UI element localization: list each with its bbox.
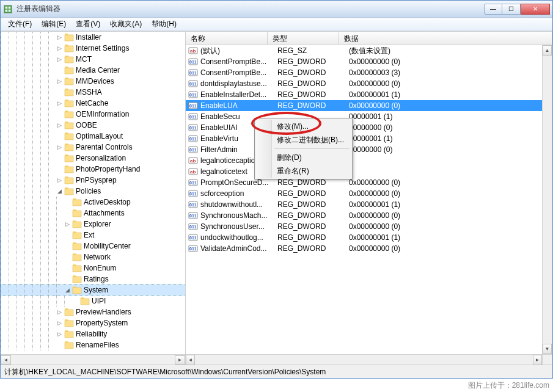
- tree-item[interactable]: ▷MMDevices: [1, 76, 185, 87]
- value-row[interactable]: 011EnableVirtu00000001 (1): [186, 133, 552, 144]
- scroll-track[interactable]: [543, 56, 552, 344]
- expand-toggle-icon[interactable]: ▷: [56, 144, 63, 151]
- tree-item[interactable]: ▷NetCache: [1, 98, 185, 109]
- tree-item[interactable]: UIPI: [1, 296, 185, 307]
- menu-modify-binary[interactable]: 修改二进制数据(B)...: [256, 133, 351, 147]
- expand-toggle-icon[interactable]: ▷: [56, 177, 63, 184]
- value-row[interactable]: 011EnableUIAI00000000 (0): [186, 122, 552, 133]
- expand-toggle-icon[interactable]: [64, 276, 71, 283]
- value-row[interactable]: 011ConsentPromptBe...REG_DWORD0x00000003…: [186, 67, 552, 78]
- column-name[interactable]: 名称: [186, 32, 268, 45]
- expand-toggle-icon[interactable]: ▷: [56, 309, 63, 316]
- titlebar[interactable]: 注册表编辑器 — ☐ ✕: [1, 1, 552, 18]
- tree-item[interactable]: MSSHA: [1, 87, 185, 98]
- expand-toggle-icon[interactable]: ▷: [56, 331, 63, 338]
- expand-toggle-icon[interactable]: [56, 111, 63, 118]
- tree-item[interactable]: ◢Policies: [1, 186, 185, 197]
- tree-item[interactable]: OptimalLayout: [1, 131, 185, 142]
- expand-toggle-icon[interactable]: [64, 232, 71, 239]
- scroll-down-icon[interactable]: ▼: [543, 344, 552, 354]
- list-horizontal-scrollbar[interactable]: ◄ ►: [186, 354, 552, 365]
- column-type[interactable]: 类型: [268, 32, 339, 45]
- maximize-button[interactable]: ☐: [502, 4, 521, 15]
- expand-toggle-icon[interactable]: ▷: [56, 45, 63, 52]
- expand-toggle-icon[interactable]: [64, 210, 71, 217]
- menu-rename[interactable]: 重命名(R): [256, 164, 351, 178]
- tree-item[interactable]: ◢System: [1, 285, 185, 296]
- tree-item[interactable]: ▷Reliability: [1, 328, 185, 339]
- value-row[interactable]: 011EnableLUAREG_DWORD0x00000000 (0): [186, 100, 552, 111]
- expand-toggle-icon[interactable]: [56, 89, 63, 96]
- expand-toggle-icon[interactable]: [56, 155, 63, 162]
- value-row[interactable]: 011scforceoptionREG_DWORD0x00000000 (0): [186, 188, 552, 199]
- column-data[interactable]: 数据: [339, 32, 552, 45]
- value-row[interactable]: 011PromptOnSecureD...REG_DWORD0x00000000…: [186, 177, 552, 188]
- tree-item[interactable]: ▷PreviewHandlers: [1, 307, 185, 318]
- expand-toggle-icon[interactable]: ▷: [64, 221, 71, 228]
- value-row[interactable]: 011undockwithoutlog...REG_DWORD0x0000000…: [186, 232, 552, 243]
- menu-file[interactable]: 文件(F): [3, 18, 37, 31]
- value-row[interactable]: 011SynchronousUser...REG_DWORD0x00000000…: [186, 221, 552, 232]
- tree-item[interactable]: Attachments: [1, 208, 185, 219]
- tree-item[interactable]: OEMInformation: [1, 109, 185, 120]
- close-button[interactable]: ✕: [521, 4, 550, 15]
- scroll-up-icon[interactable]: ▲: [543, 45, 552, 56]
- tree-item[interactable]: Media Center: [1, 65, 185, 76]
- value-row[interactable]: 011dontdisplaylastuse...REG_DWORD0x00000…: [186, 78, 552, 89]
- value-row[interactable]: 011EnableSecu00000001 (1): [186, 111, 552, 122]
- expand-toggle-icon[interactable]: [56, 166, 63, 173]
- value-row[interactable]: 011FilterAdmin00000000 (0): [186, 144, 552, 155]
- value-row[interactable]: 011SynchronousMach...REG_DWORD0x00000000…: [186, 210, 552, 221]
- tree-item[interactable]: Ratings: [1, 274, 185, 285]
- expand-toggle-icon[interactable]: [56, 67, 63, 74]
- scroll-right-icon[interactable]: ►: [175, 355, 185, 365]
- expand-toggle-icon[interactable]: ◢: [64, 287, 71, 294]
- menu-view[interactable]: 查看(V): [71, 18, 105, 31]
- tree-item[interactable]: ▷PnPSysprep: [1, 175, 185, 186]
- value-row[interactable]: 011EnableInstallerDet...REG_DWORD0x00000…: [186, 89, 552, 100]
- tree-item[interactable]: ▷Installer: [1, 32, 185, 43]
- list-body[interactable]: ab(默认)REG_SZ(数值未设置)011ConsentPromptBe...…: [186, 45, 552, 354]
- expand-toggle-icon[interactable]: [64, 254, 71, 261]
- list-vertical-scrollbar[interactable]: ▲ ▼: [542, 45, 552, 354]
- value-row[interactable]: ab(默认)REG_SZ(数值未设置): [186, 45, 552, 56]
- tree-item[interactable]: ▷OOBE: [1, 120, 185, 131]
- expand-toggle-icon[interactable]: [56, 342, 63, 349]
- tree-item[interactable]: ▷Parental Controls: [1, 142, 185, 153]
- expand-toggle-icon[interactable]: ▷: [56, 100, 63, 107]
- tree-body[interactable]: ▷Installer▷Internet Settings▷MCTMedia Ce…: [1, 32, 185, 354]
- tree-item[interactable]: Network: [1, 252, 185, 263]
- tree-item[interactable]: PhotoPropertyHand: [1, 164, 185, 175]
- expand-toggle-icon[interactable]: ▷: [56, 56, 63, 63]
- tree-horizontal-scrollbar[interactable]: ◄ ►: [1, 354, 185, 365]
- tree-item[interactable]: ▷Internet Settings: [1, 43, 185, 54]
- value-row[interactable]: 011shutdownwithoutl...REG_DWORD0x0000000…: [186, 199, 552, 210]
- menu-modify[interactable]: 修改(M)...: [256, 120, 351, 133]
- tree-item[interactable]: NonEnum: [1, 263, 185, 274]
- expand-toggle-icon[interactable]: ▷: [56, 122, 63, 129]
- value-row[interactable]: 011ValidateAdminCod...REG_DWORD0x0000000…: [186, 243, 552, 254]
- tree-item[interactable]: Personalization: [1, 153, 185, 164]
- expand-toggle-icon[interactable]: [56, 133, 63, 140]
- tree-item[interactable]: ▷PropertySystem: [1, 318, 185, 328]
- tree-item[interactable]: MobilityCenter: [1, 241, 185, 252]
- tree-item[interactable]: ▷MCT: [1, 54, 185, 65]
- value-row[interactable]: 011ConsentPromptBe...REG_DWORD0x00000000…: [186, 56, 552, 67]
- expand-toggle-icon[interactable]: [72, 298, 79, 305]
- menu-help[interactable]: 帮助(H): [147, 18, 181, 31]
- tree-item[interactable]: ▷Explorer: [1, 219, 185, 230]
- value-row[interactable]: ablegalnoticetextREG_SZ: [186, 166, 552, 177]
- tree-item[interactable]: RenameFiles: [1, 339, 185, 350]
- value-row[interactable]: ablegalnoticecaptionREG_SZ: [186, 155, 552, 166]
- scroll-left-icon[interactable]: ◄: [186, 355, 195, 365]
- expand-toggle-icon[interactable]: [64, 243, 71, 250]
- expand-toggle-icon[interactable]: ◢: [56, 188, 63, 195]
- expand-toggle-icon[interactable]: ▷: [56, 34, 63, 41]
- expand-toggle-icon[interactable]: ▷: [56, 78, 63, 85]
- menu-favorites[interactable]: 收藏夹(A): [105, 18, 147, 31]
- scroll-track[interactable]: [195, 355, 533, 365]
- tree-item[interactable]: ActiveDesktop: [1, 197, 185, 208]
- expand-toggle-icon[interactable]: [64, 265, 71, 272]
- scroll-right-icon[interactable]: ►: [533, 355, 542, 365]
- expand-toggle-icon[interactable]: [64, 199, 71, 206]
